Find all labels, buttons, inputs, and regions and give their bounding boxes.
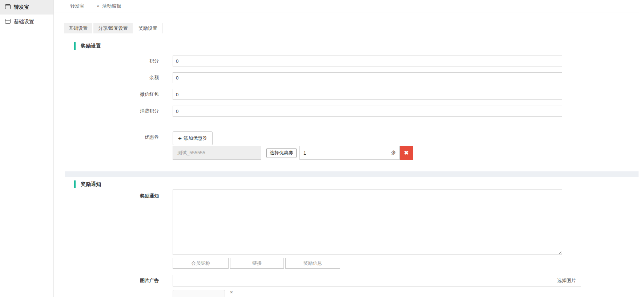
points-input[interactable] bbox=[173, 56, 562, 66]
tab-basic-settings[interactable]: 基础设置 bbox=[64, 23, 92, 33]
form-row-consume-points: 消费积分 bbox=[54, 106, 644, 117]
image-thumbnail bbox=[173, 290, 225, 297]
sidebar-item-basic-settings[interactable]: 基础设置 bbox=[0, 15, 53, 29]
insert-reward-info-button[interactable]: 奖励信息 bbox=[285, 258, 340, 269]
window-icon bbox=[5, 4, 11, 10]
sidebar-item-label: 转发宝 bbox=[14, 4, 29, 11]
remove-coupon-button[interactable]: ✖ bbox=[400, 146, 413, 160]
app-window: 转发宝 基础设置 转发宝 » 活动编辑 基础设置 分享/回复设置 奖励设置 奖励… bbox=[0, 0, 644, 297]
tab-share-reply-settings[interactable]: 分享/回复设置 bbox=[93, 23, 133, 33]
reward-notice-textarea[interactable] bbox=[173, 190, 562, 255]
choose-image-button[interactable]: 选择图片 bbox=[552, 275, 581, 286]
main-content: 转发宝 » 活动编辑 基础设置 分享/回复设置 奖励设置 奖励设置 积分 余额 … bbox=[54, 0, 644, 297]
insert-buttons-row: 会员昵称 链接 奖励信息 bbox=[54, 258, 644, 269]
form-row-wechat-redpacket: 微信红包 bbox=[54, 89, 644, 100]
section-title-reward-notice: 奖励通知 bbox=[74, 180, 644, 188]
coupon-label: 优惠券 bbox=[54, 131, 159, 160]
close-icon: ✖ bbox=[404, 150, 409, 156]
breadcrumb-current: 活动编辑 bbox=[102, 3, 121, 9]
balance-label: 余额 bbox=[54, 72, 159, 83]
wechat-redpacket-input[interactable] bbox=[173, 89, 562, 100]
coupon-row-group: 选择优惠券 张 ✖ bbox=[173, 146, 413, 160]
coupon-quantity-input[interactable] bbox=[299, 146, 387, 160]
wechat-redpacket-label: 微信红包 bbox=[54, 89, 159, 100]
tab-bar: 基础设置 分享/回复设置 奖励设置 bbox=[64, 23, 644, 33]
insert-member-nickname-button[interactable]: 会员昵称 bbox=[173, 258, 229, 269]
image-ad-label: 图片广告 bbox=[54, 275, 159, 286]
consume-points-input[interactable] bbox=[173, 106, 562, 117]
form-row-balance: 余额 bbox=[54, 72, 644, 83]
image-ad-thumbnail-row: × bbox=[173, 290, 644, 297]
section-accent-bar bbox=[74, 180, 76, 188]
breadcrumb: 转发宝 » 活动编辑 bbox=[54, 0, 639, 12]
breadcrumb-root[interactable]: 转发宝 bbox=[70, 3, 84, 9]
coupon-unit-label: 张 bbox=[387, 146, 400, 160]
sidebar: 转发宝 基础设置 bbox=[0, 0, 54, 297]
breadcrumb-separator-icon: » bbox=[97, 3, 99, 9]
consume-points-label: 消费积分 bbox=[54, 106, 159, 117]
plus-icon: + bbox=[178, 135, 182, 142]
window-icon bbox=[5, 19, 11, 25]
form-row-points: 积分 bbox=[54, 56, 644, 66]
form-row-image-ad: 图片广告 选择图片 bbox=[54, 275, 644, 286]
coupon-name-input bbox=[173, 146, 261, 160]
tab-reward-settings[interactable]: 奖励设置 bbox=[134, 23, 162, 33]
image-ad-input[interactable] bbox=[173, 275, 552, 286]
sidebar-item-label: 基础设置 bbox=[14, 19, 34, 25]
section-divider bbox=[65, 171, 639, 177]
add-coupon-button[interactable]: + 添加优惠券 bbox=[173, 131, 213, 145]
sidebar-item-zhuanfabao[interactable]: 转发宝 bbox=[0, 0, 53, 15]
form-row-coupon: 优惠券 + 添加优惠券 选择优惠券 张 ✖ bbox=[54, 131, 644, 160]
select-coupon-button[interactable]: 选择优惠券 bbox=[266, 148, 297, 158]
reward-notice-label: 奖励通知 bbox=[54, 190, 159, 256]
section-title-reward-settings: 奖励设置 bbox=[74, 42, 644, 50]
section-accent-bar bbox=[74, 42, 76, 50]
points-label: 积分 bbox=[54, 56, 159, 66]
remove-image-icon[interactable]: × bbox=[230, 290, 233, 295]
insert-link-button[interactable]: 链接 bbox=[230, 258, 284, 269]
balance-input[interactable] bbox=[173, 72, 562, 83]
form-row-reward-notice: 奖励通知 bbox=[54, 190, 644, 256]
